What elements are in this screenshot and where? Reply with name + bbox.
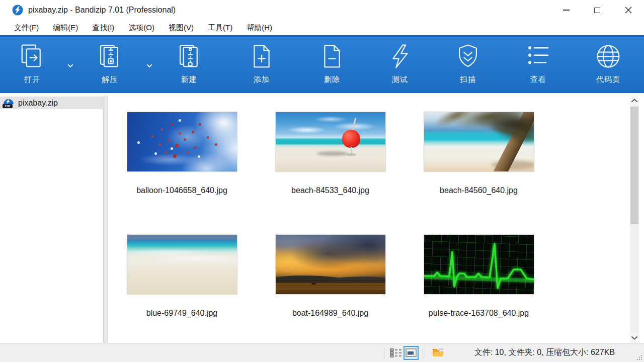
menu-help[interactable]: 帮助(H) — [239, 21, 279, 35]
open-button[interactable]: 打开 — [8, 43, 56, 84]
boat-silhouette — [311, 283, 316, 285]
extract-label: 解压 — [86, 75, 134, 84]
menu-view[interactable]: 视图(V) — [162, 21, 201, 35]
file-thumbnail-grid: balloon-1046658_640.jpg beach-84533_640.… — [108, 96, 630, 343]
extract-button[interactable]: 解压 — [86, 43, 134, 84]
menu-edit[interactable]: 编辑(E) — [46, 21, 85, 35]
menu-file[interactable]: 文件(F) — [7, 21, 46, 35]
file-item-pulse-trace[interactable]: pulse-trace-163708_640.jpg — [405, 234, 553, 343]
details-view-button[interactable] — [388, 346, 404, 360]
cocktail-shadow — [317, 151, 348, 156]
file-item-blue-shore[interactable]: blue-69749_640.jpg — [108, 234, 256, 343]
details-view-icon — [390, 348, 402, 358]
test-button[interactable]: 测试 — [376, 43, 424, 84]
file-thumbnail-boat-sunset — [275, 234, 386, 295]
view-label: 查看 — [514, 75, 562, 84]
open-label: 打开 — [8, 75, 56, 84]
scan-button[interactable]: 扫描 — [444, 43, 492, 84]
new-archive-button[interactable]: 新建 — [165, 43, 213, 84]
zip-archive-icon: ZIP — [3, 98, 15, 108]
archive-folder-button[interactable] — [430, 346, 446, 360]
status-bar: 文件: 10, 文件夹: 0, 压缩包大小: 627KB — [0, 343, 644, 362]
content-area: ZIP pixabay.zip balloon-1046658_640.jpg — [0, 96, 644, 343]
bandizip-window: pixabay.zip - Bandizip 7.01 (Professiona… — [0, 0, 644, 362]
extract-icon — [86, 43, 134, 72]
add-button[interactable]: 添加 — [237, 43, 286, 84]
file-name: pulse-trace-163708_640.jpg — [405, 309, 553, 318]
file-thumbnail-balloon — [127, 112, 237, 172]
add-icon — [237, 43, 286, 72]
cocktail-glass — [342, 130, 360, 148]
scrollbar-thumb[interactable] — [630, 107, 638, 224]
minimize-button[interactable] — [550, 0, 582, 20]
close-icon — [625, 7, 632, 14]
thumbnail-view-button[interactable] — [404, 346, 419, 360]
maximize-button[interactable] — [582, 0, 613, 20]
file-name: boat-164989_640.jpg — [256, 309, 405, 318]
codepage-button[interactable]: 代码页 — [584, 43, 632, 84]
delete-label: 删除 — [308, 75, 356, 84]
thumbnail-view-icon — [406, 348, 417, 357]
codepage-label: 代码页 — [584, 75, 632, 84]
sidebar-item-pixabay-zip[interactable]: ZIP pixabay.zip — [0, 97, 103, 109]
open-folder-icon — [432, 347, 445, 359]
archive-tree-sidebar: ZIP pixabay.zip — [0, 96, 103, 343]
file-thumbnail-blue-shore — [127, 234, 237, 295]
scroll-up-button[interactable] — [630, 96, 639, 106]
statusbar-divider — [423, 347, 423, 358]
file-thumbnail-pulse-trace — [424, 234, 534, 295]
menu-bar: 文件(F) 编辑(E) 查找(I) 选项(O) 视图(V) 工具(T) 帮助(H… — [0, 20, 644, 35]
file-item-balloon[interactable]: balloon-1046658_640.jpg — [108, 112, 256, 234]
water-reflection — [276, 280, 385, 294]
archive-summary: 文件: 10, 文件夹: 0, 压缩包大小: 627KB — [474, 347, 615, 358]
cocktail-base — [346, 153, 356, 156]
toolbar: 打开 解压 — [0, 35, 644, 93]
open-icon — [8, 43, 56, 72]
view-icon — [514, 43, 562, 72]
title-bar: pixabay.zip - Bandizip 7.01 (Professiona… — [0, 0, 644, 20]
file-name: balloon-1046658_640.jpg — [108, 186, 256, 195]
ecg-trace — [424, 235, 534, 295]
file-item-beach-palm[interactable]: beach-84560_640.jpg — [405, 112, 553, 234]
test-label: 测试 — [376, 75, 424, 84]
view-button[interactable]: 查看 — [514, 43, 562, 84]
close-button[interactable] — [613, 0, 644, 20]
scroll-down-button[interactable] — [630, 333, 639, 343]
open-dropdown-chevron[interactable] — [64, 62, 76, 74]
file-item-beach-cocktail[interactable]: beach-84533_640.jpg — [256, 112, 405, 234]
scan-label: 扫描 — [444, 75, 492, 84]
scan-icon — [444, 43, 492, 72]
chevron-up-icon — [631, 99, 637, 103]
test-icon — [376, 43, 424, 72]
cocktail-stem — [351, 147, 352, 154]
delete-button[interactable]: 删除 — [308, 43, 356, 84]
vertical-scrollbar[interactable] — [630, 96, 639, 343]
file-name: blue-69749_640.jpg — [108, 309, 256, 318]
window-title: pixabay.zip - Bandizip 7.01 (Professiona… — [28, 6, 176, 15]
menu-options[interactable]: 选项(O) — [121, 21, 162, 35]
file-item-boat-sunset[interactable]: boat-164989_640.jpg — [256, 234, 405, 343]
file-name: beach-84560_640.jpg — [405, 186, 553, 195]
panel-splitter[interactable] — [103, 96, 108, 343]
add-label: 添加 — [237, 75, 286, 84]
menu-find[interactable]: 查找(I) — [85, 21, 121, 35]
new-archive-label: 新建 — [165, 75, 213, 84]
zip-badge-text: ZIP — [3, 104, 13, 108]
minimize-icon — [563, 10, 570, 11]
new-archive-icon — [165, 43, 213, 72]
codepage-icon — [584, 43, 632, 72]
chevron-down-icon — [631, 336, 637, 340]
statusbar-divider — [384, 347, 384, 358]
file-thumbnail-beach-cocktail — [275, 112, 386, 172]
resize-grip[interactable] — [636, 354, 643, 361]
extract-dropdown-chevron[interactable] — [143, 62, 155, 74]
menu-tools[interactable]: 工具(T) — [201, 21, 239, 35]
file-name: beach-84533_640.jpg — [256, 186, 405, 195]
sidebar-item-label: pixabay.zip — [18, 99, 58, 108]
file-thumbnail-beach-palm — [424, 112, 534, 172]
delete-icon — [308, 43, 356, 72]
bandizip-app-icon — [12, 5, 23, 16]
maximize-icon — [594, 8, 600, 13]
